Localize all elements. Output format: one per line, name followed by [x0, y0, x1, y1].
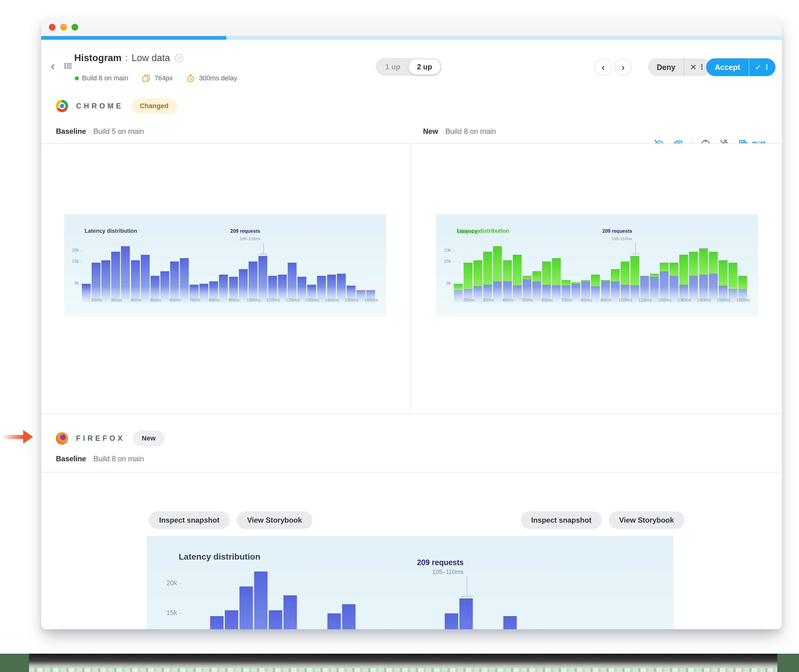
histogram-bar — [225, 610, 238, 629]
histogram-bar — [503, 616, 517, 629]
window-titlebar — [41, 18, 782, 36]
zoom-window-button[interactable] — [72, 24, 78, 30]
pane-divider — [410, 144, 411, 414]
annotation-line — [467, 576, 467, 597]
x-axis-tick-mark — [527, 295, 528, 298]
diff-changed-bar — [493, 246, 502, 281]
annotation-label: 209 requests — [417, 558, 463, 567]
firefox-baseline-snapshot[interactable]: Latency distribution 5k15k20k20ms30ms40m… — [147, 536, 673, 629]
diff-changed-bar — [670, 263, 678, 276]
accept-more-button[interactable]: ✓ ⋮ — [749, 58, 775, 76]
new-build-label: NewBuild 8 on main — [423, 127, 496, 136]
x-axis-tick-mark — [586, 295, 587, 298]
x-axis-tick-mark — [468, 295, 469, 298]
next-change-button[interactable]: › — [615, 59, 632, 76]
histogram-bar — [170, 261, 179, 303]
x-axis-tick-mark — [292, 295, 293, 298]
annotation-tick — [631, 254, 639, 254]
story-list-icon[interactable] — [62, 61, 74, 72]
diff-changed-bar — [630, 256, 639, 285]
new-snapshot-diff[interactable]: LatencyRequest distribution 5k15k20k20ms… — [436, 214, 758, 317]
histogram-bars — [147, 536, 673, 629]
viewport-chunk[interactable]: 764px — [141, 73, 173, 84]
delay-chunk[interactable]: 300ms delay — [185, 73, 237, 84]
x-axis-tick-mark — [214, 295, 215, 298]
x-axis-tick-mark — [116, 295, 117, 298]
check-icon: ✓ — [755, 62, 761, 72]
histogram-bar — [254, 571, 268, 629]
toggle-1up[interactable]: 1 up — [377, 59, 409, 75]
diff-changed-bar — [523, 276, 531, 279]
go-to-story-icon[interactable] — [174, 53, 185, 64]
x-axis-tick-mark — [508, 295, 508, 298]
close-window-button[interactable] — [49, 24, 56, 30]
build-status-label: Build 8 on main — [82, 74, 128, 82]
x-axis-tick-mark — [743, 295, 744, 298]
histogram-bar — [121, 246, 130, 303]
diff-changed-bar — [591, 275, 600, 286]
title-separator: : — [125, 53, 128, 64]
diff-changed-bar — [513, 255, 522, 285]
x-axis-tick-mark — [724, 295, 724, 298]
baseline-build: Build 5 on main — [93, 127, 144, 135]
deny-split-button: Deny ✕ ⋮ — [648, 58, 711, 76]
firefox-baseline-build-label: BaselineBuild 8 on main — [56, 454, 144, 463]
diff-changed-bar — [699, 248, 708, 275]
x-axis-tick-mark — [645, 295, 646, 298]
inspect-snapshot-button[interactable]: Inspect snapshot — [521, 511, 602, 529]
diff-changed-bar — [611, 269, 620, 281]
annotation-arrow-icon — [2, 429, 34, 445]
diff-changed-bar — [719, 260, 727, 286]
viewport-label: 764px — [155, 74, 173, 82]
baseline-snapshot[interactable]: Latency distribution 5k15k20k20ms30ms40m… — [64, 214, 386, 317]
diff-changed-bar — [738, 276, 747, 289]
x-axis-tick-mark — [136, 295, 136, 298]
x-axis-tick-mark — [175, 295, 176, 298]
baseline-label: Baseline — [56, 127, 86, 135]
view-storybook-button[interactable]: View Storybook — [237, 511, 312, 529]
histogram-bar — [111, 252, 120, 303]
diff-changed-bar — [729, 263, 737, 289]
baseline-build-label: BaselineBuild 5 on main — [56, 127, 144, 136]
page-title: Histogram : Low data — [74, 53, 185, 64]
x-axis-tick-mark — [234, 295, 235, 298]
histogram-bar — [240, 586, 253, 629]
view-storybook-button[interactable]: View Storybook — [609, 511, 684, 529]
chrome-browser-label: CHROME — [76, 102, 123, 110]
build-passed-dot-icon — [75, 76, 79, 80]
diff-changed-bar — [650, 274, 659, 277]
histogram-bar — [328, 613, 341, 630]
build-status-chunk: Build 8 on main — [75, 74, 128, 82]
diff-changed-bar — [454, 284, 463, 290]
histogram-bar — [269, 610, 282, 629]
x-axis-tick-mark — [96, 295, 97, 298]
histogram-bar — [249, 261, 257, 303]
new-status-badge: New — [133, 431, 164, 446]
x-axis-tick-mark — [371, 295, 372, 298]
overflow-dots-icon: ⋮ — [763, 63, 770, 71]
x-axis-tick-mark — [273, 295, 274, 298]
x-icon: ✕ — [690, 62, 697, 72]
back-button[interactable]: ‹ — [47, 61, 58, 72]
x-axis-tick-mark — [254, 295, 254, 298]
histogram-bar — [141, 255, 150, 303]
toggle-2up[interactable]: 2 up — [409, 59, 440, 75]
previous-change-button[interactable]: ‹ — [594, 59, 612, 76]
accept-split-button: Accept ✓ ⋮ — [706, 58, 775, 76]
annotation-line — [263, 243, 264, 254]
x-axis-tick-mark — [332, 295, 332, 298]
histogram-bars — [436, 214, 758, 304]
x-axis-tick-mark — [547, 295, 548, 298]
x-axis-tick-mark — [488, 295, 489, 298]
x-axis-tick-label: 160ms — [356, 297, 386, 302]
deny-button[interactable]: Deny — [648, 58, 684, 76]
annotation-range: 105–110ms — [612, 237, 632, 241]
minimize-window-button[interactable] — [60, 24, 67, 30]
inspect-snapshot-button[interactable]: Inspect snapshot — [149, 511, 230, 529]
accept-button[interactable]: Accept — [706, 58, 749, 76]
histogram-bar — [258, 256, 267, 303]
new-build: Build 8 on main — [445, 127, 496, 135]
firefox-browser-icon — [56, 432, 68, 445]
x-axis-tick-mark — [312, 295, 313, 298]
annotation-tick — [460, 596, 473, 597]
